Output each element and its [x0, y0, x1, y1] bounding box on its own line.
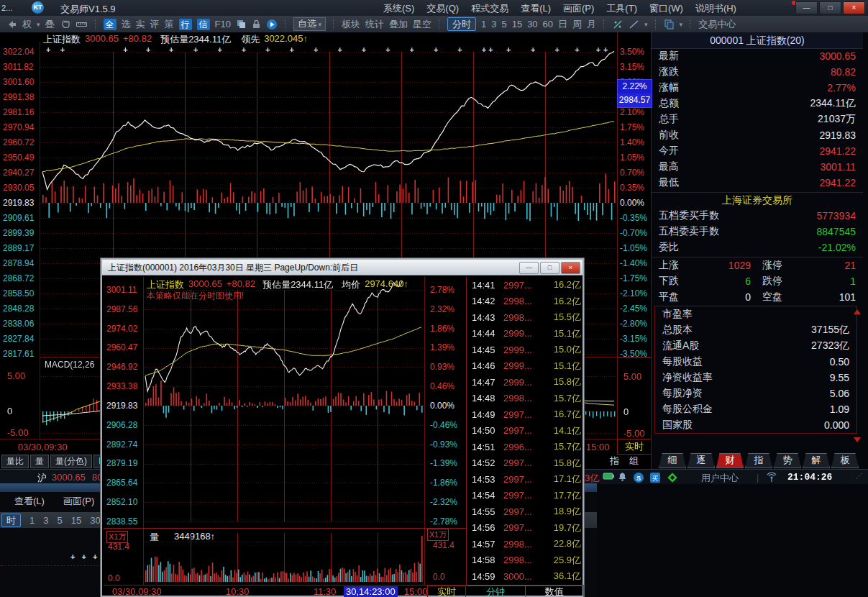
back-icon[interactable]	[6, 19, 17, 30]
menu-item[interactable]: 系统(S)	[383, 2, 414, 15]
popup-title-bar[interactable]: 上证指数(000001) 2016年03月30日 星期三 PageUp/Down…	[102, 260, 583, 275]
caret-icon[interactable]: ▾	[37, 21, 40, 28]
panel-tab-逐[interactable]: 逐	[687, 453, 715, 468]
sectors-button[interactable]: 板块	[342, 18, 360, 31]
starsky-button[interactable]: 星空	[413, 18, 431, 31]
hand-icon[interactable]	[60, 19, 70, 30]
overlay-button[interactable]: 叠	[45, 18, 55, 31]
volume-tab[interactable]: 量(分色)	[50, 455, 92, 468]
minute-row[interactable]: 14:442999...15.1亿	[467, 326, 585, 342]
statistics-button[interactable]: 统计	[365, 18, 384, 31]
minute-row[interactable]: 14:593000...36.1亿	[467, 568, 585, 585]
period-60[interactable]: 60	[543, 19, 553, 29]
user-center-link[interactable]: 用户中心	[701, 472, 739, 485]
panel-tab-板[interactable]: 板	[831, 453, 859, 468]
popup-volume-canvas[interactable]	[144, 532, 424, 583]
minute-row[interactable]: 14:412997...16.2亿	[467, 277, 585, 293]
layers-icon[interactable]	[236, 19, 247, 29]
background-period-button[interactable]: 15	[71, 515, 81, 526]
caret-icon[interactable]: ▾	[680, 21, 683, 28]
background-period-button[interactable]: 30	[90, 515, 100, 526]
play-icon[interactable]	[266, 19, 278, 30]
period-intraday[interactable]: 分时	[447, 17, 476, 31]
select-button[interactable]: 选	[122, 18, 131, 31]
real-button[interactable]: 实	[136, 18, 145, 31]
indicator-tab[interactable]: 组	[626, 455, 642, 468]
popup-close-button[interactable]: ×	[561, 262, 580, 274]
period-30[interactable]: 30	[527, 19, 537, 29]
all-button[interactable]: 全	[104, 19, 117, 30]
minute-row[interactable]: 14:492997...16.7亿	[467, 406, 585, 423]
resize-grip[interactable]: ⋰	[856, 472, 863, 480]
minute-row[interactable]: 14:512996...15.7亿	[467, 439, 585, 455]
background-period-button[interactable]: 1	[29, 515, 35, 526]
background-menu-item[interactable]: 画面(P)	[63, 495, 94, 508]
menu-item[interactable]: 程式交易	[471, 2, 508, 15]
panel-tab-指[interactable]: 指	[745, 453, 772, 468]
buy-icon[interactable]: 买	[649, 472, 661, 483]
lock-icon[interactable]	[252, 19, 261, 29]
caret-icon[interactable]: ▾	[644, 21, 648, 28]
copy-icon[interactable]	[664, 19, 675, 29]
popup-intraday-canvas[interactable]	[144, 281, 424, 529]
rights-button[interactable]: 权	[22, 18, 32, 31]
popup-tab-value[interactable]: 数值	[526, 586, 585, 597]
quotes-button[interactable]: 行	[179, 19, 192, 30]
period-15[interactable]: 15	[512, 19, 522, 29]
dollar-coin-icon[interactable]: S	[633, 472, 644, 483]
minute-row[interactable]: 14:422998...16.2亿	[467, 293, 585, 310]
strategy-button[interactable]: 策	[165, 18, 174, 31]
menu-item[interactable]: 窗口(W)	[649, 2, 683, 15]
background-menu-item[interactable]: 查看(L)	[14, 495, 45, 508]
review-button[interactable]: 评	[150, 18, 160, 31]
period-month[interactable]: 月	[587, 18, 596, 31]
panel-tab-细[interactable]: 细	[659, 453, 686, 468]
popup-restore-button[interactable]: □	[540, 262, 559, 274]
scroll-up-icon[interactable]	[854, 309, 861, 314]
trade-center-button[interactable]: 交易中心	[698, 18, 736, 31]
menu-item[interactable]: 说明书(H)	[695, 2, 736, 15]
maximize-button[interactable]: □	[819, 1, 841, 14]
volume-tab[interactable]: 量	[30, 455, 49, 468]
period-day[interactable]: 日	[558, 18, 567, 31]
f10-button[interactable]: F10	[215, 19, 231, 29]
minute-row[interactable]: 14:432998...15.5亿	[467, 309, 585, 326]
close-button[interactable]: ×	[843, 1, 865, 14]
minute-row[interactable]: 14:462999...15.1亿	[467, 358, 585, 375]
minute-row[interactable]: 14:482998...15.7亿	[467, 391, 585, 407]
popup-minimize-button[interactable]: —	[519, 262, 539, 274]
minute-row[interactable]: 14:552997...18.9亿	[467, 503, 585, 520]
volume-tab[interactable]: 量比	[1, 455, 29, 468]
period-1[interactable]: 1	[481, 19, 486, 29]
panel-tab-解[interactable]: 解	[803, 453, 830, 468]
indicator-tab[interactable]: 指	[606, 455, 623, 468]
minute-row[interactable]: 14:572998...22.8亿	[467, 536, 585, 552]
bell-icon[interactable]	[617, 472, 628, 482]
background-period-button[interactable]: 3	[43, 515, 48, 526]
minimize-button[interactable]: —	[795, 1, 818, 14]
watchlist-button[interactable]: 自选 ▾	[293, 17, 326, 31]
minute-row[interactable]: 14:522997...15.8亿	[467, 455, 585, 472]
scroll-down-icon[interactable]	[854, 437, 861, 442]
period-5[interactable]: 5	[501, 19, 506, 29]
minute-row[interactable]: 14:532997...17.1亿	[467, 471, 585, 488]
period-week[interactable]: 周	[572, 18, 582, 31]
menu-item[interactable]: 画面(P)	[563, 2, 594, 15]
realtime-cell[interactable]: 实时	[617, 439, 652, 455]
line-draw-icon[interactable]	[629, 19, 639, 29]
minute-row[interactable]: 14:542997...17.7亿	[467, 488, 585, 504]
menu-item[interactable]: 交易(Q)	[426, 2, 459, 15]
period-3[interactable]: 3	[491, 19, 496, 29]
background-period-button[interactable]: 时	[1, 514, 21, 527]
minute-row[interactable]: 14:502997...14.1亿	[467, 423, 585, 439]
panel-tab-财[interactable]: 财	[716, 453, 744, 468]
ruler-icon[interactable]	[76, 19, 88, 29]
minute-row[interactable]: 14:452999...15.0亿	[467, 342, 585, 358]
percent-draw-icon[interactable]	[612, 19, 623, 29]
minute-row[interactable]: 14:582998...25.9亿	[467, 552, 585, 569]
overlay2-button[interactable]: 叠加	[389, 18, 408, 31]
menu-item[interactable]: 查看(L)	[521, 2, 551, 15]
popup-realtime-cell[interactable]: 实时	[427, 585, 466, 597]
background-period-button[interactable]: 5	[57, 515, 62, 526]
diamond-icon[interactable]	[667, 472, 678, 483]
